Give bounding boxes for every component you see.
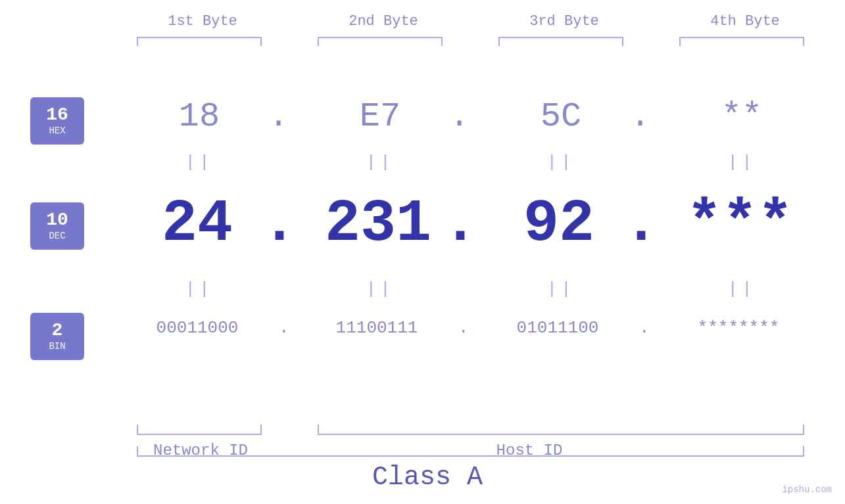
top-bracket-3 (498, 37, 623, 46)
class-label: Class A (263, 463, 592, 492)
hex-val-3: 5C (498, 97, 623, 136)
byte-header-3: 3rd Byte (498, 13, 630, 30)
byte-header-2: 2nd Byte (318, 13, 449, 30)
dec-dot-3: . (623, 191, 659, 258)
hex-dot-2: . (449, 97, 470, 136)
bin-val-2: 11100111 (298, 318, 456, 338)
eq2-3: || (498, 279, 623, 299)
top-bracket-2 (318, 37, 443, 46)
bin-badge: 2 BIN (30, 313, 84, 360)
bin-dot-1: . (279, 318, 289, 338)
bin-dot-3: . (639, 318, 650, 338)
bottom-bracket-host (318, 424, 804, 435)
bottom-bracket-network (137, 424, 262, 435)
eq1-2: || (318, 152, 443, 172)
eq2-4: || (679, 279, 804, 299)
dec-val-1: 24 (118, 191, 276, 258)
eq1-4: || (679, 152, 804, 172)
bin-badge-label: BIN (49, 341, 65, 352)
watermark: ipshu.com (782, 484, 832, 495)
bin-badge-number: 2 (52, 321, 63, 340)
hex-dot-1: . (268, 97, 289, 136)
eq2-1: || (137, 279, 262, 299)
hex-dot-3: . (630, 97, 650, 136)
dec-val-3: 92 (480, 191, 638, 258)
hex-val-1: 18 (137, 97, 262, 136)
byte-header-1: 1st Byte (137, 13, 268, 30)
hex-val-2: E7 (318, 97, 443, 136)
bin-val-4: ******** (660, 318, 817, 338)
dec-val-4: *** (661, 191, 819, 258)
hex-val-4: ** (679, 97, 804, 136)
bin-dot-2: . (458, 318, 469, 338)
hex-badge: 16 HEX (30, 97, 84, 145)
dec-badge-label: DEC (49, 231, 65, 241)
hex-badge-label: HEX (49, 126, 65, 136)
eq1-3: || (498, 152, 623, 172)
full-bottom-bracket (137, 446, 804, 457)
hex-badge-number: 16 (46, 106, 68, 124)
byte-header-4: 4th Byte (679, 13, 811, 30)
bin-val-1: 00011000 (118, 318, 276, 338)
eq2-2: || (318, 279, 443, 299)
dec-dot-2: . (443, 191, 478, 258)
dec-badge: 10 DEC (30, 202, 84, 250)
bin-val-3: 01011100 (479, 318, 637, 338)
dec-val-2: 231 (299, 191, 457, 258)
dec-badge-number: 10 (46, 211, 68, 229)
top-bracket-4 (679, 37, 804, 46)
page: 1st Byte 2nd Byte 3rd Byte 4th Byte 16 H… (0, 0, 845, 504)
dec-dot-1: . (262, 191, 297, 258)
eq1-1: || (137, 152, 262, 172)
top-bracket-1 (137, 37, 262, 46)
